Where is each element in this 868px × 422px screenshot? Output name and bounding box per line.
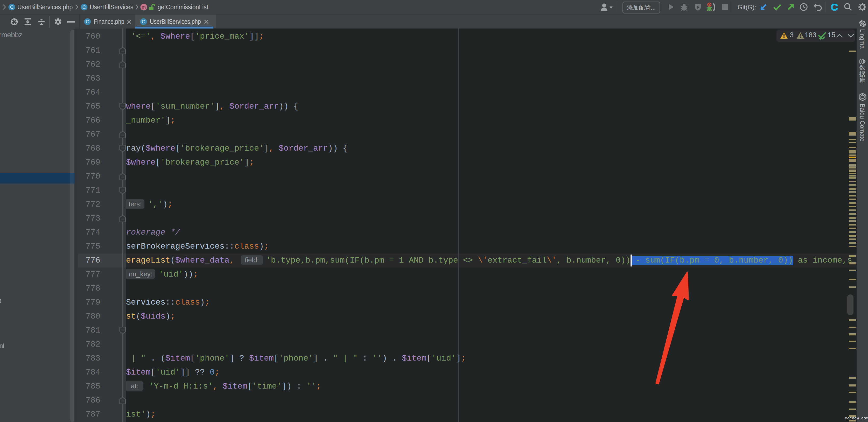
svg-text:m: m: [142, 4, 146, 10]
svg-text:C: C: [10, 4, 14, 10]
svg-text:C: C: [86, 19, 89, 24]
svg-text:C: C: [83, 4, 86, 10]
svg-text:C: C: [142, 19, 146, 24]
